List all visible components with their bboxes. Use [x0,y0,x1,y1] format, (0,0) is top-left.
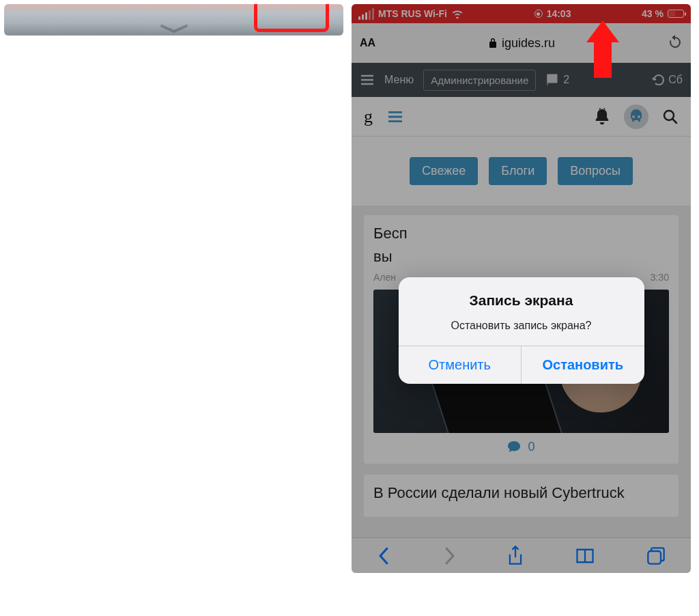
alert-message: Остановить запись экрана? [399,320,644,346]
safari-screenshot: MTS RUS Wi-Fi 14:03 43 % AA iguides.ru М… [352,4,691,573]
alert-title: Запись экрана [399,277,644,320]
dismiss-grabber[interactable] [4,4,343,36]
alert-cancel-button[interactable]: Отменить [399,346,522,384]
annotation-highlight [254,4,329,32]
alert-stop-button[interactable]: Остановить [521,346,644,384]
control-center-screenshot: Повтор экрана [4,4,343,36]
stop-recording-alert: Запись экрана Остановить запись экрана? … [399,277,644,384]
